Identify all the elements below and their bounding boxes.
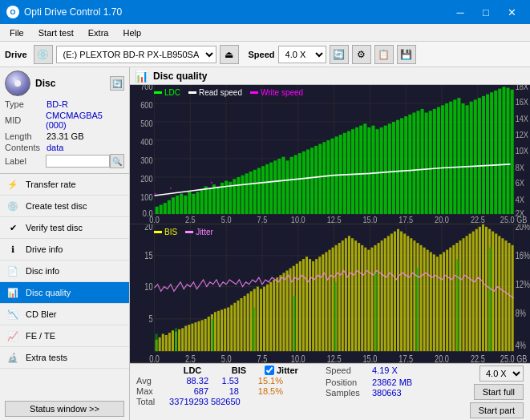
settings-icon[interactable]: ⚙ xyxy=(352,45,371,64)
svg-rect-51 xyxy=(172,197,175,214)
svg-text:600: 600 xyxy=(140,100,153,110)
svg-rect-265 xyxy=(452,244,455,350)
svg-rect-183 xyxy=(184,325,187,351)
svg-text:10.0: 10.0 xyxy=(291,353,305,362)
svg-rect-178 xyxy=(168,333,171,351)
position-label: Position xyxy=(326,378,370,387)
start-full-button[interactable]: Start full xyxy=(474,384,524,400)
save-icon[interactable]: 💾 xyxy=(397,45,416,64)
writespeed-legend-label: Write speed xyxy=(261,88,303,97)
sidebar-item-fe-te[interactable]: 📈 FE / TE xyxy=(0,325,129,347)
svg-rect-201 xyxy=(244,296,246,351)
speed-selector-2[interactable]: 4.0 X xyxy=(479,365,524,382)
svg-text:14X: 14X xyxy=(516,114,529,123)
toolbar: Drive 💿 (E:) PLEXTOR BD-R PX-LB950SA 1.0… xyxy=(0,42,530,67)
svg-rect-49 xyxy=(164,203,167,214)
svg-rect-224 xyxy=(318,256,321,351)
svg-text:12.5: 12.5 xyxy=(327,353,342,362)
svg-text:7.5: 7.5 xyxy=(257,353,268,362)
svg-rect-208 xyxy=(266,284,269,350)
menu-bar: File Start test Extra Help xyxy=(0,24,530,42)
speed-stat-value: 4.19 X xyxy=(372,365,398,375)
svg-rect-108 xyxy=(404,116,407,214)
svg-rect-203 xyxy=(250,291,253,351)
svg-rect-82 xyxy=(298,153,301,214)
svg-rect-261 xyxy=(439,254,442,351)
jitter-checkbox[interactable] xyxy=(265,365,274,375)
svg-rect-115 xyxy=(433,109,436,214)
svg-rect-242 xyxy=(378,243,380,351)
eject-icon[interactable]: ⏏ xyxy=(220,45,239,64)
sidebar-item-disc-quality[interactable]: 📊 Disc quality xyxy=(0,282,129,304)
svg-rect-97 xyxy=(359,126,362,214)
svg-rect-61 xyxy=(212,184,216,214)
svg-text:20: 20 xyxy=(144,224,152,232)
svg-rect-110 xyxy=(412,113,415,215)
menu-start-test[interactable]: Start test xyxy=(32,26,80,39)
sidebar-item-disc-info[interactable]: 📄 Disc info xyxy=(0,260,129,282)
copy-icon[interactable]: 📋 xyxy=(374,45,394,64)
svg-text:500: 500 xyxy=(140,119,153,128)
svg-rect-85 xyxy=(310,147,314,214)
svg-text:18X: 18X xyxy=(516,85,529,91)
sidebar-item-cd-bler[interactable]: 📉 CD Bler xyxy=(0,304,129,325)
svg-text:12.5: 12.5 xyxy=(327,216,342,224)
ldc-max: 687 xyxy=(164,386,208,396)
svg-rect-251 xyxy=(407,236,409,351)
transfer-rate-icon: ⚡ xyxy=(6,178,19,191)
sidebar-item-transfer-rate[interactable]: ⚡ Transfer rate xyxy=(0,174,129,196)
svg-rect-76 xyxy=(273,160,277,214)
close-button[interactable]: ✕ xyxy=(500,0,524,24)
svg-rect-264 xyxy=(449,247,451,350)
maximize-button[interactable]: □ xyxy=(474,0,498,24)
svg-rect-134 xyxy=(511,90,514,214)
svg-rect-267 xyxy=(459,240,461,351)
refresh-icon[interactable]: 🔄 xyxy=(330,45,349,64)
start-part-button[interactable]: Start part xyxy=(470,402,524,418)
svg-rect-176 xyxy=(162,333,164,351)
label-icon[interactable]: 🔍 xyxy=(110,154,124,168)
menu-extra[interactable]: Extra xyxy=(82,26,115,39)
chart2-svg: 20 15 10 5 20% 16% 12% 8% 4% xyxy=(130,224,530,363)
label-input[interactable] xyxy=(46,155,110,168)
mid-label: MID xyxy=(5,115,46,125)
svg-text:300: 300 xyxy=(140,155,153,165)
svg-rect-119 xyxy=(449,102,452,214)
svg-rect-236 xyxy=(358,243,360,351)
svg-rect-130 xyxy=(494,91,497,214)
svg-rect-192 xyxy=(214,312,216,351)
disc-refresh-icon[interactable]: 🔄 xyxy=(110,76,124,91)
svg-text:22.5: 22.5 xyxy=(471,353,485,362)
extra-tests-icon: 🔬 xyxy=(6,351,19,364)
menu-file[interactable]: File xyxy=(3,26,30,39)
drive-selector[interactable]: (E:) PLEXTOR BD-R PX-LB950SA 1.06 xyxy=(56,46,216,63)
contents-value: data xyxy=(47,143,63,152)
svg-rect-66 xyxy=(233,179,236,214)
svg-text:4X: 4X xyxy=(516,196,525,205)
label-label: Label xyxy=(5,156,46,166)
menu-help[interactable]: Help xyxy=(116,26,148,39)
sidebar-item-verify-test-disc[interactable]: ✔ Verify test disc xyxy=(0,217,129,239)
svg-rect-74 xyxy=(265,164,269,214)
svg-rect-78 xyxy=(281,157,285,214)
speed-selector[interactable]: 4.0 X xyxy=(278,46,326,63)
disc-quality-icon: 📊 xyxy=(6,286,19,299)
svg-rect-77 xyxy=(277,159,281,214)
chart-header: 📊 Disc quality xyxy=(130,67,530,85)
svg-text:5: 5 xyxy=(148,313,152,324)
svg-rect-197 xyxy=(230,305,233,351)
ldc-legend-dot xyxy=(154,91,162,94)
svg-rect-73 xyxy=(261,166,265,214)
chart2-legend: BIS Jitter xyxy=(154,228,213,236)
samples-value: 380663 xyxy=(372,388,402,398)
svg-rect-284 xyxy=(156,333,158,351)
minimize-button[interactable]: ─ xyxy=(448,0,472,24)
sidebar-item-extra-tests[interactable]: 🔬 Extra tests xyxy=(0,347,129,369)
status-window-button[interactable]: Status window >> xyxy=(5,401,124,417)
svg-rect-118 xyxy=(445,103,448,214)
svg-rect-188 xyxy=(201,320,204,351)
svg-rect-103 xyxy=(384,126,387,214)
sidebar-item-drive-info[interactable]: ℹ Drive info xyxy=(0,239,129,260)
svg-rect-206 xyxy=(260,289,262,351)
sidebar-item-create-test-disc[interactable]: 💿 Create test disc xyxy=(0,196,129,217)
